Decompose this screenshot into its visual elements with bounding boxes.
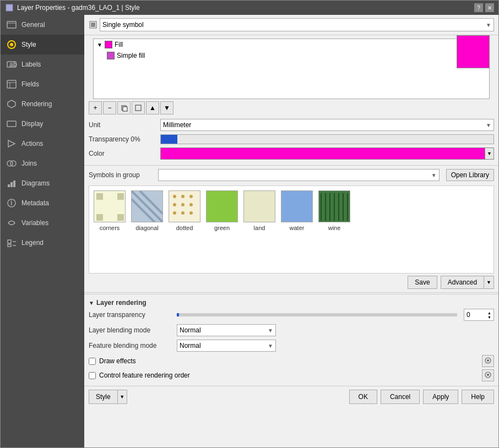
open-library-button[interactable]: Open Library [446,169,494,181]
titlebar: Layer Properties - gadm36_LAO_1 | Style … [1,1,498,15]
section-collapse-arrow[interactable]: ▼ [89,300,94,306]
style-icon [6,39,17,50]
sidebar-item-labels[interactable]: abc Labels [1,54,84,74]
symbol-preview [457,35,490,68]
svg-rect-47 [207,191,238,222]
svg-point-41 [173,203,176,206]
sidebar-item-joins[interactable]: Joins [1,154,84,173]
svg-rect-10 [7,121,16,127]
unit-combo-box[interactable]: Millimeter ▼ [160,119,494,131]
style-arrow-button[interactable]: ▼ [117,390,127,404]
control-order-checkbox[interactable] [89,372,96,379]
svg-point-43 [189,203,193,206]
duplicate-symbol-button[interactable] [117,101,131,114]
layer-transparency-track[interactable] [177,313,457,316]
help-footer-button[interactable]: Help [462,390,494,404]
control-order-settings-button[interactable] [482,369,494,381]
sidebar: General Style abc Labels Fields [1,15,84,447]
symbol-area: ▼ Fill Simple fill [89,35,494,99]
cancel-button[interactable]: Cancel [381,390,420,404]
draw-effects-checkbox[interactable] [89,358,96,365]
main-window: Layer Properties - gadm36_LAO_1 | Style … [0,0,499,448]
sidebar-item-display[interactable]: Display [1,114,84,134]
actions-icon [6,138,17,149]
color-row: Color ▼ [89,147,494,160]
remove-symbol-button[interactable]: − [103,101,116,114]
symbol-item-dotted[interactable]: dotted [169,190,200,231]
unit-combo[interactable]: Millimeter ▼ [160,119,494,131]
symbol-thumb-land [243,190,275,222]
footer: Style ▼ OK Cancel Apply Help [84,386,498,407]
symbol-item-green[interactable]: green [206,190,238,231]
spinner-down[interactable]: ▼ [487,315,491,319]
layer-blending-combo[interactable]: Normal ▼ [177,324,276,336]
unit-value: Millimeter [163,121,191,129]
sidebar-item-fields[interactable]: Fields [1,74,84,94]
save-button[interactable]: Save [408,276,437,289]
symbols-group-combo[interactable]: ▼ [158,169,440,181]
svg-rect-30 [117,193,124,200]
feature-blending-combo[interactable]: Normal ▼ [177,340,276,352]
tree-simple-fill-item[interactable]: Simple fill [94,50,489,61]
layer-transparency-number[interactable]: 0 ▲ ▼ [464,309,494,321]
metadata-icon: i [6,198,17,209]
style-main-button[interactable]: Style [89,390,117,404]
symbol-item-water[interactable]: water [281,190,313,231]
color-picker-bar[interactable] [160,147,485,160]
sidebar-item-actions[interactable]: Actions [1,134,84,154]
symbol-item-wine[interactable]: wine [318,190,350,231]
sidebar-item-style[interactable]: Style [1,35,84,54]
symbol-item-diagonal[interactable]: diagonal [131,190,163,231]
move-up-button[interactable]: ▲ [146,101,159,114]
layer-transparency-row: Layer transparency 0 ▲ ▼ [89,309,494,321]
layer-transparency-handle[interactable] [177,313,179,316]
spinner-up[interactable]: ▲ [487,311,491,315]
sidebar-item-diagrams[interactable]: Diagrams [1,173,84,193]
symbol-type-combo[interactable]: Single symbol ▼ [100,18,494,31]
footer-right: OK Cancel Apply Help [349,390,494,404]
color-dropdown-button[interactable]: ▼ [485,147,494,160]
sidebar-label-general: General [21,21,45,29]
sidebar-item-metadata[interactable]: i Metadata [1,193,84,213]
symbol-name-water: water [290,225,305,231]
transparency-bar[interactable] [160,134,494,144]
content-area: General Style abc Labels Fields [1,15,498,447]
sidebar-item-general[interactable]: General [1,15,84,35]
advanced-arrow-button[interactable]: ▼ [484,276,494,289]
symbol-name-land: land [254,225,265,231]
sidebar-label-joins: Joins [21,160,37,167]
display-icon [6,118,17,129]
draw-effects-label: Draw effects [99,357,135,365]
tree-fill-item[interactable]: ▼ Fill [94,39,489,50]
symbol-item-land[interactable]: land [243,190,275,231]
sidebar-item-rendering[interactable]: Rendering [1,94,84,114]
titlebar-left: Layer Properties - gadm36_LAO_1 | Style [5,3,140,12]
sidebar-item-variables[interactable]: Variables [1,213,84,233]
sidebar-label-fields: Fields [21,80,39,88]
control-order-label: Control feature rendering order [99,371,190,379]
svg-rect-21 [8,244,11,247]
layer-blending-value: Normal [180,326,201,334]
draw-effects-settings-button[interactable] [482,355,494,367]
ok-button[interactable]: OK [349,390,377,404]
feature-blending-label: Feature blending mode [89,342,177,349]
move-down-button[interactable]: ▼ [160,101,173,114]
save-advanced-row: Save Advanced ▼ [84,274,498,291]
tree-expand-arrow: ▼ [97,42,102,48]
add-symbol-button[interactable]: + [89,101,102,114]
apply-button[interactable]: Apply [423,390,458,404]
svg-rect-29 [96,193,103,200]
sidebar-item-legend[interactable]: Legend [1,233,84,253]
layer-transparency-slider-container: 0 ▲ ▼ [177,309,494,321]
symbol-item-corners[interactable]: corners [94,190,126,231]
transparency-row: Transparency 0% [89,133,494,145]
feature-blending-value: Normal [180,342,201,349]
transparency-slider[interactable] [160,134,494,144]
general-icon [6,19,17,30]
symbol-name-wine: wine [328,225,341,231]
advanced-button[interactable]: Advanced [441,276,484,289]
wrap-symbol-button[interactable] [132,101,145,114]
close-button[interactable]: ✕ [485,3,494,12]
help-button[interactable]: ? [474,3,483,12]
variables-icon [6,217,17,228]
